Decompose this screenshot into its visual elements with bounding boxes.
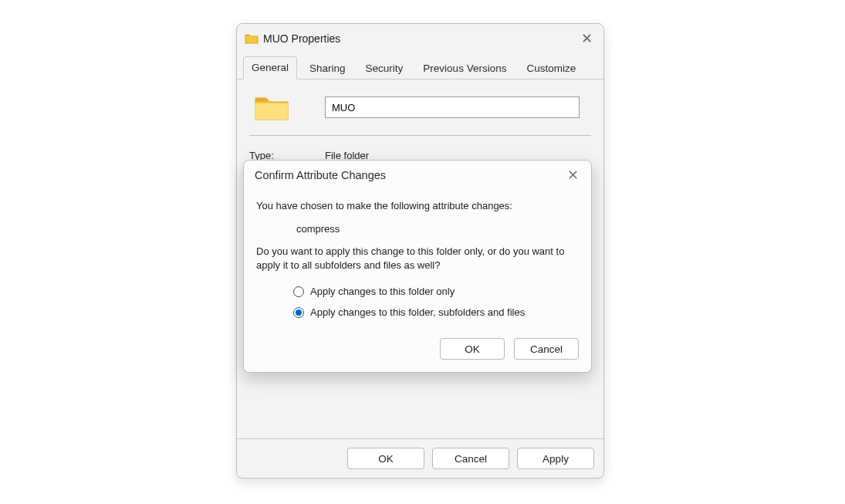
radio-folder-only[interactable]: Apply changes to this folder only <box>293 286 579 297</box>
tab-sharing[interactable]: Sharing <box>302 58 353 79</box>
ok-button[interactable]: OK <box>347 448 424 469</box>
tab-security[interactable]: Security <box>358 58 411 79</box>
confirm-change: compress <box>256 222 579 236</box>
confirm-intro: You have chosen to make the following at… <box>256 199 579 213</box>
properties-title: MUO Properties <box>263 32 340 45</box>
radio-recursive[interactable]: Apply changes to this folder, subfolders… <box>293 306 579 318</box>
folder-icon <box>245 32 259 45</box>
scope-radio-group: Apply changes to this folder only Apply … <box>256 286 579 318</box>
cancel-button[interactable]: Cancel <box>432 448 509 469</box>
confirm-body: You have chosen to make the following at… <box>244 190 591 372</box>
folder-icon <box>254 92 289 123</box>
confirm-button-row: OK Cancel <box>256 338 579 360</box>
properties-titlebar: MUO Properties ✕ <box>237 24 603 53</box>
cancel-button[interactable]: Cancel <box>514 338 579 360</box>
radio-icon <box>293 307 304 318</box>
tab-previous-versions[interactable]: Previous Versions <box>415 58 514 79</box>
folder-name-row <box>249 92 591 136</box>
radio-label-recursive: Apply changes to this folder, subfolders… <box>310 306 525 318</box>
properties-button-row: OK Cancel Apply <box>237 439 603 478</box>
folder-name-input[interactable] <box>325 96 580 118</box>
properties-tabs: General Sharing Security Previous Versio… <box>237 53 603 79</box>
confirm-question: Do you want to apply this change to this… <box>256 245 579 272</box>
close-icon[interactable]: ✕ <box>562 167 583 184</box>
confirm-titlebar: Confirm Attribute Changes ✕ <box>244 161 591 190</box>
confirm-title: Confirm Attribute Changes <box>255 169 386 181</box>
confirm-attribute-changes-dialog: Confirm Attribute Changes ✕ You have cho… <box>243 160 592 373</box>
tab-general[interactable]: General <box>243 56 297 79</box>
ok-button[interactable]: OK <box>440 338 505 360</box>
close-icon[interactable]: ✕ <box>576 32 597 46</box>
tab-customize[interactable]: Customize <box>519 58 583 79</box>
radio-label-folder-only: Apply changes to this folder only <box>310 286 455 297</box>
radio-icon <box>293 286 304 297</box>
apply-button[interactable]: Apply <box>517 448 594 469</box>
